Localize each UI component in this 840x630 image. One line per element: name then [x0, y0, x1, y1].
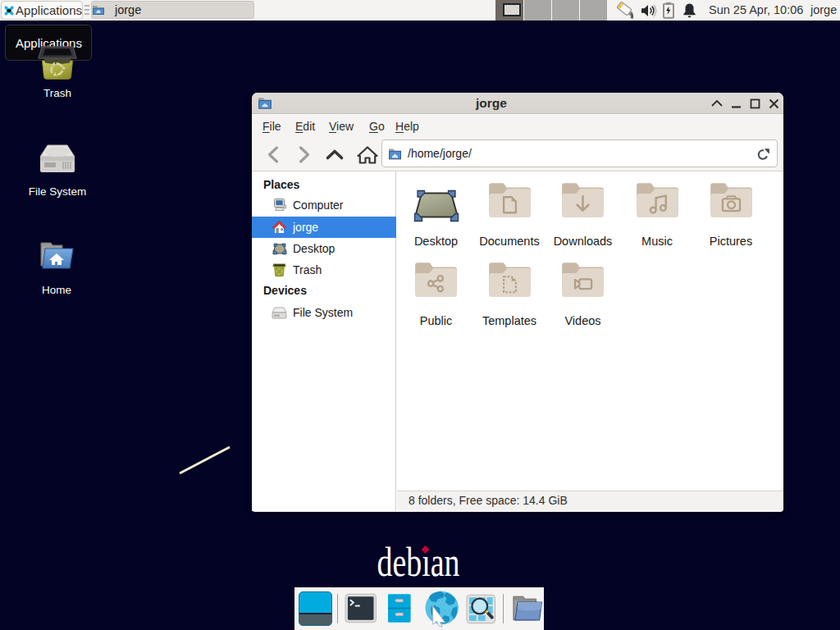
svg-text:debıan: debıan	[377, 539, 460, 585]
